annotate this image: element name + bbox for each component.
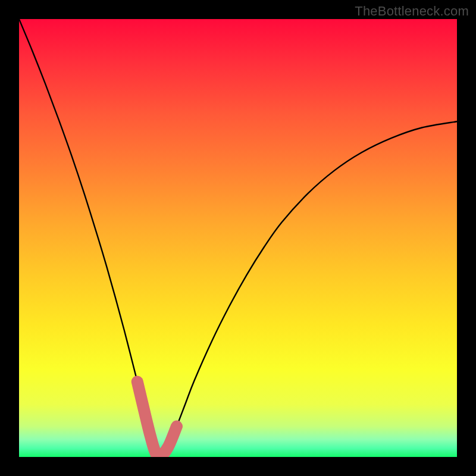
bottleneck-curve-line	[19, 19, 457, 457]
curve-minimum-highlight	[137, 381, 177, 457]
chart-frame	[19, 19, 457, 457]
bottleneck-chart	[19, 19, 457, 457]
watermark-text: TheBottleneck.com	[355, 4, 469, 19]
